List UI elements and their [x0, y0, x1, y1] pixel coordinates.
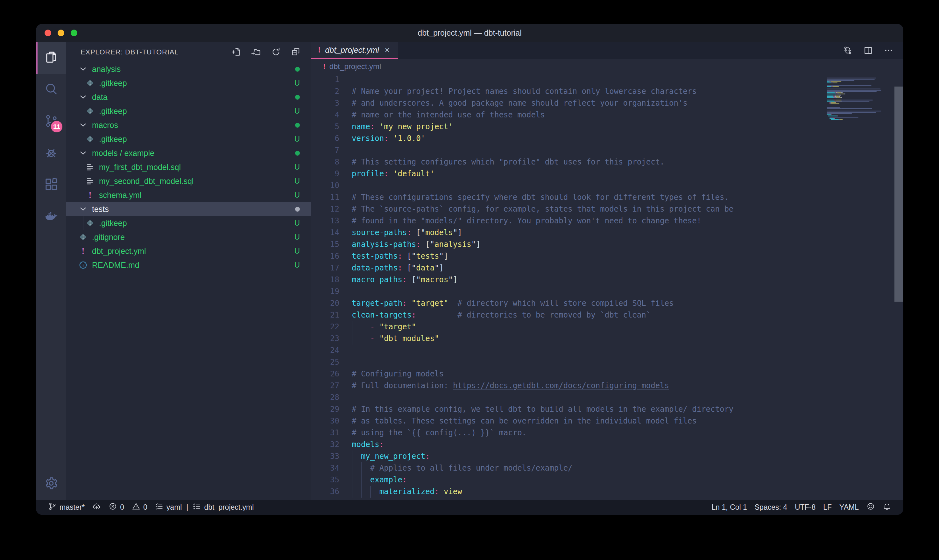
activity-run-and-debug[interactable] — [36, 137, 66, 169]
refresh-icon — [271, 53, 281, 58]
status-encoding[interactable]: UTF-8 — [791, 500, 819, 515]
status-linter-yaml[interactable]: yaml — [151, 500, 186, 515]
code-line[interactable]: 14source-paths: ["models"] — [311, 227, 904, 238]
code-line[interactable]: 29# In this example config, we tell dbt … — [311, 403, 904, 415]
code-line[interactable]: 28 — [311, 392, 904, 403]
code-line[interactable]: 31# using the `{{ config(...) }}` macro. — [311, 427, 904, 439]
code-line[interactable]: 37 — [311, 498, 904, 500]
new-file-button[interactable] — [230, 46, 243, 59]
code-line[interactable]: 34# Applies to all files under models/ex… — [311, 462, 904, 474]
file--gitignore[interactable]: .gitignoreU — [66, 230, 311, 244]
file-my-first-dbt-model-sql[interactable]: my_first_dbt_model.sqlU — [66, 160, 311, 174]
code-line[interactable]: 13# found in the "models/" directory. Yo… — [311, 215, 904, 227]
code-line[interactable]: 3# and underscores. A good package name … — [311, 97, 904, 109]
folder-macros[interactable]: macros — [66, 118, 311, 132]
yaml-warning-icon: ! — [318, 46, 320, 54]
code-line[interactable]: 21clean-targets: # directories to be rem… — [311, 309, 904, 321]
code-line[interactable]: 7 — [311, 145, 904, 156]
status-language-mode[interactable]: YAML — [836, 500, 863, 515]
activity-extensions[interactable] — [36, 169, 66, 201]
status-eol[interactable]: LF — [819, 500, 836, 515]
status-notifications[interactable] — [879, 500, 895, 515]
file-readme-md[interactable]: README.mdU — [66, 258, 311, 272]
code-line[interactable]: 16test-paths: ["tests"] — [311, 251, 904, 262]
code-line[interactable]: 19 — [311, 286, 904, 297]
file--gitkeep[interactable]: .gitkeepU — [66, 216, 311, 230]
file-my-second-dbt-model-sql[interactable]: my_second_dbt_model.sqlU — [66, 174, 311, 188]
code-line[interactable]: 26# Configuring models — [311, 368, 904, 380]
code-line[interactable]: 8# This setting configures which "profil… — [311, 156, 904, 168]
code-line[interactable]: 36materialized: view — [311, 486, 904, 498]
minimap[interactable] — [826, 75, 891, 129]
code-line[interactable]: 2# Name your project! Project names shou… — [311, 86, 904, 97]
code-line[interactable]: 17data-paths: ["data"] — [311, 262, 904, 274]
activity-bar: 11 — [36, 42, 66, 500]
code-line[interactable]: 33my_new_project: — [311, 451, 904, 462]
info-circle-icon — [78, 260, 88, 271]
chevron-down-icon — [78, 64, 88, 74]
cloud-upload-icon — [92, 502, 101, 512]
code-token: profile — [352, 169, 384, 178]
code-line[interactable]: 9profile: 'default' — [311, 168, 904, 180]
folder-tests[interactable]: tests — [66, 202, 311, 216]
new-folder-icon — [251, 53, 261, 58]
activity-manage[interactable] — [36, 468, 66, 500]
more-actions-button[interactable] — [882, 45, 894, 57]
status-feedback[interactable] — [863, 500, 879, 515]
code-line[interactable]: 35example: — [311, 474, 904, 486]
code-line[interactable]: 23- "dbt_modules" — [311, 333, 904, 345]
code-line[interactable]: 22- "target" — [311, 321, 904, 333]
status-errors[interactable]: 0 — [105, 500, 128, 515]
activity-source-control[interactable]: 11 — [36, 106, 66, 137]
code-line[interactable]: 15analysis-paths: ["analysis"] — [311, 238, 904, 251]
code-line[interactable]: 30# as tables. These settings can be ove… — [311, 415, 904, 427]
file--gitkeep[interactable]: .gitkeepU — [66, 132, 311, 146]
file--gitkeep[interactable]: .gitkeepU — [66, 76, 311, 90]
code-token: # Full documentation: — [352, 381, 453, 390]
new-folder-button[interactable] — [249, 46, 263, 59]
activity-search[interactable] — [36, 74, 66, 106]
close-tab-icon[interactable]: × — [383, 45, 391, 55]
editor-scrollbar[interactable] — [894, 86, 903, 302]
activity-explorer[interactable] — [36, 42, 66, 74]
code-line[interactable]: 5name: 'my_new_project' — [311, 121, 904, 133]
status-linter-file[interactable]: dbt_project.yml — [189, 500, 257, 515]
status-cursor-position-label: Ln 1, Col 1 — [712, 503, 747, 512]
code-line[interactable]: 4# name or the intended use of these mod… — [311, 109, 904, 121]
code-line[interactable]: 18macro-paths: ["macros"] — [311, 274, 904, 286]
folder-models-example[interactable]: models / example — [66, 146, 311, 160]
open-changes-button[interactable] — [842, 45, 854, 57]
refresh-explorer-button[interactable] — [269, 46, 283, 59]
code-line[interactable]: 6version: '1.0.0' — [311, 133, 904, 145]
line-number: 3 — [311, 97, 339, 109]
code-line[interactable]: 27# Full documentation: https://docs.get… — [311, 380, 904, 392]
status-cursor-position[interactable]: Ln 1, Col 1 — [708, 500, 751, 515]
code-line[interactable]: 24 — [311, 345, 904, 356]
code-editor[interactable]: 12# Name your project! Project names sho… — [311, 74, 904, 500]
collapse-folders-button[interactable] — [289, 46, 302, 59]
file--gitkeep[interactable]: .gitkeepU — [66, 104, 311, 118]
code-line[interactable]: 11# These configurations specify where d… — [311, 192, 904, 203]
status-publish[interactable] — [88, 500, 105, 515]
tab-dbt-project-yml[interactable]: ! dbt_project.yml × — [311, 42, 398, 59]
line-number: 32 — [311, 439, 339, 451]
explorer-title: EXPLORER: DBT-TUTORIAL — [80, 48, 230, 56]
folder-data[interactable]: data — [66, 90, 311, 104]
activity-docker[interactable] — [36, 201, 66, 233]
code-line[interactable]: 20target-path: "target" # directory whic… — [311, 297, 904, 309]
status-git-branch[interactable]: master* — [44, 500, 88, 515]
code-line[interactable]: 25 — [311, 356, 904, 368]
code-line[interactable]: 1 — [311, 74, 904, 86]
line-number: 35 — [311, 474, 339, 486]
folder-analysis[interactable]: analysis — [66, 62, 311, 76]
code-token: [" — [407, 263, 416, 272]
status-indentation[interactable]: Spaces: 4 — [751, 500, 791, 515]
split-editor-button[interactable] — [862, 45, 874, 57]
file-schema-yml[interactable]: !schema.ymlU — [66, 188, 311, 202]
status-warnings[interactable]: 0 — [128, 500, 151, 515]
code-line[interactable]: 10 — [311, 180, 904, 192]
breadcrumb[interactable]: ! dbt_project.yml — [311, 59, 904, 74]
code-line[interactable]: 12# The `source-paths` config, for examp… — [311, 203, 904, 215]
code-line[interactable]: 32models: — [311, 439, 904, 451]
file-dbt-project-yml[interactable]: !dbt_project.ymlU — [66, 244, 311, 258]
